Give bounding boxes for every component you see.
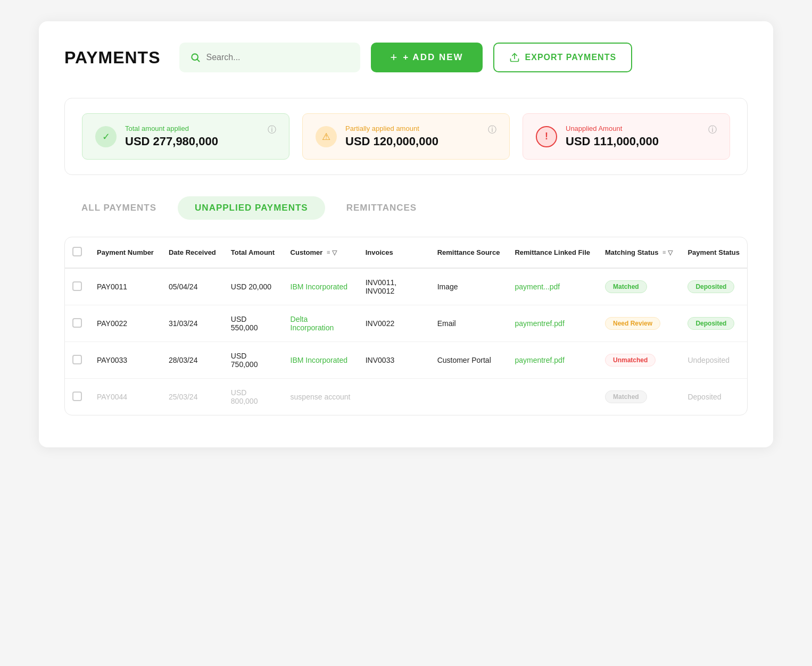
tab-remittances[interactable]: REMITTANCES — [329, 196, 434, 220]
matching-status-badge: Need Review — [605, 317, 660, 330]
col-customer: Customer ≡ ▽ — [283, 237, 358, 268]
search-input[interactable] — [206, 53, 350, 62]
unapplied-info-icon[interactable]: ⓘ — [708, 124, 717, 136]
svg-line-1 — [197, 60, 200, 62]
cell-customer[interactable]: Delta Incorporation — [283, 305, 358, 342]
col-payment-number: Payment Number — [89, 237, 161, 268]
page-title: PAYMENTS — [64, 48, 160, 68]
cell-total-amount: USD 750,000 — [223, 342, 283, 379]
warning-icon: ⚠ — [316, 126, 337, 147]
summary-card-partially-applied: ⚠ Partially applied amount USD 120,000,0… — [302, 113, 510, 160]
export-icon — [509, 52, 520, 63]
col-remittance-linked-file: Remittance Linked File — [507, 237, 598, 268]
cell-matching-status: Unmatched — [598, 342, 680, 379]
unapplied-amount: USD 111,000,000 — [566, 135, 659, 148]
cell-matching-status: Matched — [598, 268, 680, 305]
summary-card-unapplied: ! Unapplied Amount USD 111,000,000 ⓘ — [523, 113, 730, 160]
cell-payment-number: PAY0022 — [89, 305, 161, 342]
table-row: PAY003328/03/24USD 750,000IBM Incorporat… — [65, 342, 747, 379]
search-icon — [190, 52, 201, 63]
payment-status-badge: Deposited — [687, 317, 734, 330]
row-checkbox[interactable] — [72, 318, 82, 328]
cell-date-received: 05/04/24 — [161, 268, 223, 305]
table-row: PAY001105/04/24USD 20,000IBM Incorporate… — [65, 268, 747, 305]
customer-filter-icon[interactable]: ▽ — [332, 249, 337, 256]
main-container: PAYMENTS + + ADD NEW EXPORT PAYMENTS ✓ T… — [39, 21, 773, 447]
export-label: EXPORT PAYMENTS — [525, 53, 616, 62]
cell-remittance-linked-file[interactable]: paymentref.pdf — [507, 342, 598, 379]
cell-remittance-linked-file — [507, 379, 598, 415]
payment-status-badge: Deposited — [687, 393, 721, 401]
payment-status-badge: Deposited — [687, 280, 734, 293]
cell-invoices — [358, 379, 430, 415]
col-matching-status: Matching Status ≡ ▽ — [598, 237, 680, 268]
cell-date-received: 28/03/24 — [161, 342, 223, 379]
tabs: ALL PAYMENTS UNAPPLIED PAYMENTS REMITTAN… — [64, 196, 748, 220]
cell-matching-status: Matched — [598, 379, 680, 415]
col-total-amount: Total Amount — [223, 237, 283, 268]
alert-icon: ! — [536, 126, 557, 147]
cell-matching-status: Need Review — [598, 305, 680, 342]
col-checkbox — [65, 237, 89, 268]
row-checkbox[interactable] — [72, 281, 82, 291]
summary-card-total-applied: ✓ Total amount applied USD 277,980,000 ⓘ — [82, 113, 289, 160]
cell-payment-number: PAY0011 — [89, 268, 161, 305]
cell-total-amount: USD 550,000 — [223, 305, 283, 342]
cell-payment-status: Deposited — [680, 379, 747, 415]
col-invoices: Invoices — [358, 237, 430, 268]
cell-invoices: INV0011, INV0012 — [358, 268, 430, 305]
cell-payment-number: PAY0033 — [89, 342, 161, 379]
cell-invoices: INV0033 — [358, 342, 430, 379]
total-applied-info-icon[interactable]: ⓘ — [268, 124, 276, 136]
add-new-label: + ADD NEW — [403, 52, 463, 63]
check-icon: ✓ — [95, 126, 117, 147]
matching-status-badge: Unmatched — [605, 354, 656, 367]
cell-payment-status: Undeposited — [680, 342, 747, 379]
cell-customer[interactable]: IBM Incorporated — [283, 268, 358, 305]
cell-date-received: 25/03/24 — [161, 379, 223, 415]
cell-customer: suspense account — [283, 379, 358, 415]
table-row: PAY002231/03/24USD 550,000Delta Incorpor… — [65, 305, 747, 342]
cell-payment-number: PAY0044 — [89, 379, 161, 415]
cell-remittance-source — [430, 379, 508, 415]
total-applied-label: Total amount applied — [125, 124, 218, 132]
cell-date-received: 31/03/24 — [161, 305, 223, 342]
select-all-checkbox[interactable] — [72, 247, 82, 256]
matching-sort-icon[interactable]: ≡ — [662, 249, 666, 256]
add-new-button[interactable]: + + ADD NEW — [371, 43, 482, 72]
cell-remittance-source: Email — [430, 305, 508, 342]
customer-sort-icon[interactable]: ≡ — [327, 249, 330, 256]
matching-status-badge: Matched — [605, 280, 647, 293]
cell-invoices: INV0022 — [358, 305, 430, 342]
export-payments-button[interactable]: EXPORT PAYMENTS — [493, 43, 632, 72]
partially-applied-amount: USD 120,000,000 — [345, 135, 438, 148]
header: PAYMENTS + + ADD NEW EXPORT PAYMENTS — [64, 43, 748, 72]
cell-remittance-linked-file[interactable]: payment...pdf — [507, 268, 598, 305]
row-checkbox[interactable] — [72, 392, 82, 401]
col-remittance-source: Remittance Source — [430, 237, 508, 268]
payments-table: Payment Number Date Received Total Amoun… — [65, 237, 747, 415]
col-date-received: Date Received — [161, 237, 223, 268]
tab-all-payments[interactable]: ALL PAYMENTS — [64, 196, 173, 220]
table-header-row: Payment Number Date Received Total Amoun… — [65, 237, 747, 268]
col-payment-status: Payment Status — [680, 237, 747, 268]
summary-section: ✓ Total amount applied USD 277,980,000 ⓘ… — [64, 98, 748, 175]
partially-applied-info-icon[interactable]: ⓘ — [488, 124, 496, 136]
cell-remittance-source: Customer Portal — [430, 342, 508, 379]
tab-unapplied-payments[interactable]: UNAPPLIED PAYMENTS — [178, 196, 325, 220]
search-box[interactable] — [179, 43, 360, 72]
cell-payment-status: Deposited — [680, 305, 747, 342]
table-row: PAY004425/03/24USD 800,000suspense accou… — [65, 379, 747, 415]
partially-applied-label: Partially applied amount — [345, 124, 438, 132]
cell-customer[interactable]: IBM Incorporated — [283, 342, 358, 379]
cell-total-amount: USD 800,000 — [223, 379, 283, 415]
table-section: Payment Number Date Received Total Amoun… — [64, 237, 748, 415]
matching-filter-icon[interactable]: ▽ — [668, 249, 673, 256]
row-checkbox[interactable] — [72, 355, 82, 364]
matching-status-badge: Matched — [605, 390, 647, 403]
plus-icon: + — [390, 51, 397, 64]
cell-payment-status: Deposited — [680, 268, 747, 305]
total-applied-amount: USD 277,980,000 — [125, 135, 218, 148]
unapplied-label: Unapplied Amount — [566, 124, 659, 132]
cell-remittance-linked-file[interactable]: paymentref.pdf — [507, 305, 598, 342]
